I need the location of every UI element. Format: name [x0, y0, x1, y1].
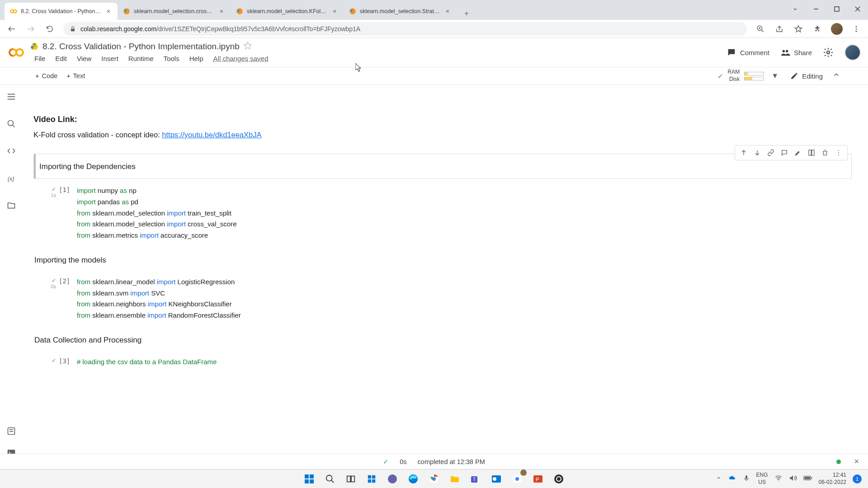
- text-cell-selected[interactable]: Importing the Dependencies: [33, 154, 852, 179]
- comment-button[interactable]: Comment: [726, 47, 769, 57]
- address-bar[interactable]: colab.research.google.com/drive/1SZETeQI…: [63, 22, 747, 36]
- menu-runtime[interactable]: Runtime: [124, 53, 158, 64]
- battery-icon[interactable]: [803, 475, 812, 483]
- search-icon[interactable]: [6, 118, 17, 129]
- tab-close-icon[interactable]: ×: [331, 8, 338, 15]
- svg-point-5: [237, 9, 240, 12]
- browser-tab[interactable]: sklearn.model_selection.Stratifiec ×: [344, 3, 457, 20]
- window-minimize-icon[interactable]: [806, 0, 826, 18]
- clock[interactable]: 12:4106-02-2022: [819, 472, 846, 486]
- variables-icon[interactable]: {x}: [6, 173, 17, 183]
- files-icon[interactable]: [6, 200, 17, 211]
- menu-tools[interactable]: Tools: [159, 53, 184, 64]
- menu-view[interactable]: View: [72, 53, 96, 64]
- svg-rect-46: [368, 475, 371, 478]
- resource-dropdown-icon[interactable]: ▼: [769, 72, 781, 80]
- edit-cell-icon[interactable]: [791, 146, 805, 160]
- add-text-button[interactable]: + Text: [62, 70, 90, 82]
- share-button[interactable]: Share: [780, 47, 812, 57]
- language-indicator[interactable]: ENGUS: [756, 472, 768, 486]
- notebook-title[interactable]: 8.2. Cross Validation - Python Implement…: [42, 42, 240, 52]
- zoom-icon[interactable]: [755, 23, 766, 34]
- menu-help[interactable]: Help: [185, 53, 208, 64]
- tray-chevron-icon[interactable]: [716, 475, 722, 483]
- colab-logo[interactable]: [7, 43, 25, 61]
- status-close-icon[interactable]: ×: [854, 457, 859, 466]
- window-maximize-icon[interactable]: [826, 0, 847, 18]
- obs-icon[interactable]: [550, 470, 567, 488]
- volume-icon[interactable]: [789, 474, 797, 483]
- edge-icon[interactable]: [405, 470, 422, 488]
- powerpoint-icon[interactable]: P: [529, 470, 547, 488]
- widgets-icon[interactable]: [363, 470, 380, 488]
- svg-point-35: [838, 150, 839, 151]
- code-content[interactable]: import numpy as np import pandas as pd f…: [77, 185, 852, 241]
- extensions-icon[interactable]: [812, 23, 823, 34]
- menu-file[interactable]: File: [30, 53, 50, 64]
- wifi-icon[interactable]: [774, 474, 783, 483]
- code-cell[interactable]: ✓0s [2] from sklearn.linear_model import…: [33, 277, 852, 321]
- code-cell[interactable]: ✓ [3] # loading the csv data to a Pandas…: [33, 357, 852, 368]
- notification-badge[interactable]: 1: [853, 474, 862, 483]
- text-cell[interactable]: Data Collection and Processing: [33, 329, 852, 350]
- start-button[interactable]: [301, 470, 318, 488]
- code-content[interactable]: from sklearn.linear_model import Logisti…: [77, 277, 852, 321]
- editing-mode-button[interactable]: Editing: [790, 72, 823, 80]
- delete-cell-icon[interactable]: [818, 146, 832, 160]
- new-tab-button[interactable]: +: [460, 7, 473, 20]
- taskbar-search-icon[interactable]: [321, 470, 339, 488]
- collapse-icon[interactable]: [832, 70, 841, 81]
- notebook-area[interactable]: Video Link: K-Fold cross validation - co…: [23, 103, 863, 463]
- reload-button[interactable]: [44, 23, 55, 34]
- colab-header: 8.2. Cross Validation - Python Implement…: [0, 38, 868, 67]
- chrome-active-icon[interactable]: [509, 470, 526, 488]
- code-content[interactable]: # loading the csv data to a Pandas DataF…: [77, 357, 852, 368]
- save-status[interactable]: All changes saved: [209, 53, 273, 64]
- browser-profile-avatar[interactable]: [831, 23, 843, 35]
- svg-text:{x}: {x}: [8, 175, 15, 182]
- chrome-icon[interactable]: [425, 470, 443, 488]
- teams-icon[interactable]: T: [467, 470, 484, 488]
- more-cell-icon[interactable]: [832, 146, 845, 160]
- browser-tab[interactable]: sklearn.model_selection.cross_va ×: [118, 3, 231, 20]
- move-down-icon[interactable]: [750, 146, 764, 160]
- user-avatar[interactable]: [844, 44, 861, 61]
- tab-close-icon[interactable]: ×: [444, 8, 451, 15]
- command-palette-icon[interactable]: [6, 426, 17, 436]
- menu-insert[interactable]: Insert: [97, 53, 123, 64]
- settings-button[interactable]: [823, 47, 834, 58]
- forward-button[interactable]: [25, 23, 36, 34]
- toc-icon[interactable]: [6, 91, 17, 102]
- tab-close-icon[interactable]: ×: [218, 8, 225, 15]
- share-page-icon[interactable]: [774, 23, 785, 34]
- star-icon[interactable]: [243, 41, 252, 52]
- tabs-dropdown-icon[interactable]: [785, 0, 806, 18]
- mic-icon[interactable]: [743, 474, 750, 483]
- link-cell-icon[interactable]: [764, 146, 778, 160]
- mirror-cell-icon[interactable]: [805, 146, 818, 160]
- text-cell[interactable]: Importing the models: [33, 249, 852, 270]
- video-link[interactable]: https://youtu.be/dkd1eeaXbJA: [162, 131, 261, 139]
- resource-indicator[interactable]: ✓ RAM Disk ▼: [717, 69, 782, 83]
- chat-app-icon[interactable]: [384, 470, 401, 488]
- browser-tab-active[interactable]: 8.2. Cross Validation - Python Im ×: [5, 3, 118, 20]
- move-up-icon[interactable]: [737, 146, 750, 160]
- svg-point-62: [554, 474, 563, 483]
- task-view-icon[interactable]: [342, 470, 359, 488]
- add-code-button[interactable]: + Code: [31, 70, 62, 82]
- browser-tab[interactable]: sklearn.model_selection.KFold — ×: [231, 3, 344, 20]
- back-button[interactable]: [6, 23, 17, 34]
- file-explorer-icon[interactable]: [446, 470, 463, 488]
- snippets-icon[interactable]: [6, 145, 17, 156]
- window-close-icon[interactable]: [847, 0, 868, 18]
- onedrive-icon[interactable]: [728, 474, 736, 483]
- text-cell[interactable]: Video Link: K-Fold cross validation - co…: [33, 110, 852, 147]
- svg-point-26: [8, 121, 14, 126]
- tab-close-icon[interactable]: ×: [105, 8, 112, 15]
- browser-menu-icon[interactable]: [851, 23, 862, 34]
- comment-cell-icon[interactable]: [778, 146, 791, 160]
- code-cell[interactable]: ✓1s [1] import numpy as np import pandas…: [33, 185, 852, 241]
- bookmark-icon[interactable]: [793, 23, 804, 34]
- outlook-icon[interactable]: [488, 470, 505, 488]
- menu-edit[interactable]: Edit: [51, 53, 71, 64]
